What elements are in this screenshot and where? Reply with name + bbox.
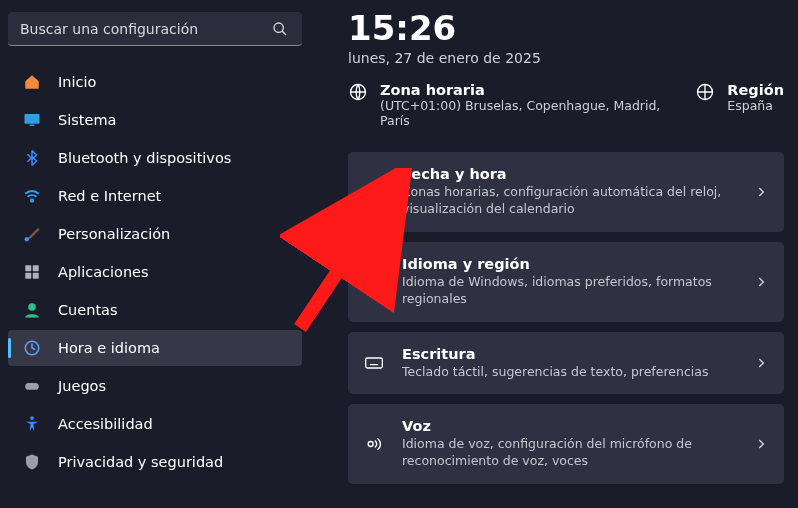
sidebar-item-sistema[interactable]: Sistema	[8, 102, 302, 138]
sidebar-item-label: Sistema	[58, 112, 116, 128]
card-title: Fecha y hora	[402, 166, 736, 182]
chevron-right-icon	[754, 356, 768, 370]
sidebar-item-accesibilidad[interactable]: Accesibilidad	[8, 406, 302, 442]
svg-rect-12	[25, 383, 39, 390]
svg-point-19	[368, 442, 373, 447]
svg-point-4	[31, 199, 33, 201]
svg-rect-6	[25, 265, 31, 271]
sidebar-item-red[interactable]: Red e Internet	[8, 178, 302, 214]
monitor-icon	[22, 110, 42, 130]
account-icon	[22, 300, 42, 320]
clock-date: lunes, 27 de enero de 2025	[348, 50, 784, 66]
sidebar-item-label: Red e Internet	[58, 188, 161, 204]
timezone-value: (UTC+01:00) Bruselas, Copenhague, Madrid…	[380, 98, 685, 128]
info-timezone: Zona horaria (UTC+01:00) Bruselas, Copen…	[348, 82, 685, 128]
main-panel: 15:26 lunes, 27 de enero de 2025 Zona ho…	[310, 0, 798, 508]
sidebar-item-label: Aplicaciones	[58, 264, 149, 280]
svg-rect-2	[25, 114, 40, 124]
sidebar-item-label: Hora e idioma	[58, 340, 160, 356]
region-icon	[695, 82, 715, 102]
search-input[interactable]	[20, 21, 270, 37]
card-subtitle: Idioma de Windows, idiomas preferidos, f…	[402, 274, 736, 308]
sidebar-item-juegos[interactable]: Juegos	[8, 368, 302, 404]
sidebar-item-bluetooth[interactable]: Bluetooth y dispositivos	[8, 140, 302, 176]
card-subtitle: Teclado táctil, sugerencias de texto, pr…	[402, 364, 736, 381]
chevron-right-icon	[754, 437, 768, 451]
sidebar-item-aplicaciones[interactable]: Aplicaciones	[8, 254, 302, 290]
svg-point-0	[274, 23, 283, 32]
sidebar-item-label: Cuentas	[58, 302, 118, 318]
sidebar: Inicio Sistema Bluetooth y dispositivos …	[0, 0, 310, 508]
info-region: Región España	[695, 82, 784, 113]
svg-line-1	[282, 31, 286, 35]
svg-point-5	[25, 237, 30, 242]
shield-icon	[22, 452, 42, 472]
svg-rect-8	[25, 273, 31, 279]
clock-globe-icon	[22, 338, 42, 358]
sidebar-item-label: Inicio	[58, 74, 96, 90]
svg-rect-18	[366, 358, 383, 368]
search-box[interactable]	[8, 12, 302, 46]
bluetooth-icon	[22, 148, 42, 168]
card-subtitle: Idioma de voz, configuración del micrófo…	[402, 436, 736, 470]
calendar-clock-icon	[364, 182, 384, 202]
sidebar-item-privacidad[interactable]: Privacidad y seguridad	[8, 444, 302, 480]
sidebar-item-label: Accesibilidad	[58, 416, 153, 432]
sidebar-item-label: Bluetooth y dispositivos	[58, 150, 231, 166]
sidebar-item-personalizacion[interactable]: Personalización	[8, 216, 302, 252]
accessibility-icon	[22, 414, 42, 434]
card-title: Escritura	[402, 346, 736, 362]
card-title: Voz	[402, 418, 736, 434]
region-value: España	[727, 98, 784, 113]
voice-icon	[364, 434, 384, 454]
language-icon	[364, 272, 384, 292]
chevron-right-icon	[754, 275, 768, 289]
sidebar-item-inicio[interactable]: Inicio	[8, 64, 302, 100]
apps-icon	[22, 262, 42, 282]
chevron-right-icon	[754, 185, 768, 199]
gamepad-icon	[22, 376, 42, 396]
timezone-icon	[348, 82, 368, 102]
svg-point-10	[28, 303, 36, 311]
sidebar-item-label: Juegos	[58, 378, 106, 394]
card-voz[interactable]: Voz Idioma de voz, configuración del mic…	[348, 404, 784, 484]
region-title: Región	[727, 82, 784, 98]
svg-rect-7	[33, 265, 39, 271]
card-subtitle: Zonas horarias, configuración automática…	[402, 184, 736, 218]
clock-time: 15:26	[348, 8, 784, 48]
brush-icon	[22, 224, 42, 244]
card-fecha-hora[interactable]: Fecha y hora Zonas horarias, configuraci…	[348, 152, 784, 232]
home-icon	[22, 72, 42, 92]
card-escritura[interactable]: Escritura Teclado táctil, sugerencias de…	[348, 332, 784, 395]
sidebar-item-label: Personalización	[58, 226, 170, 242]
info-row: Zona horaria (UTC+01:00) Bruselas, Copen…	[348, 82, 784, 128]
search-icon	[270, 19, 290, 39]
svg-rect-3	[30, 125, 35, 127]
sidebar-item-cuentas[interactable]: Cuentas	[8, 292, 302, 328]
nav-list: Inicio Sistema Bluetooth y dispositivos …	[8, 64, 302, 480]
svg-rect-9	[33, 273, 39, 279]
card-title: Idioma y región	[402, 256, 736, 272]
keyboard-icon	[364, 353, 384, 373]
svg-point-13	[30, 416, 34, 420]
sidebar-item-label: Privacidad y seguridad	[58, 454, 223, 470]
sidebar-item-hora-idioma[interactable]: Hora e idioma	[8, 330, 302, 366]
wifi-icon	[22, 186, 42, 206]
card-idioma-region[interactable]: Idioma y región Idioma de Windows, idiom…	[348, 242, 784, 322]
timezone-title: Zona horaria	[380, 82, 685, 98]
